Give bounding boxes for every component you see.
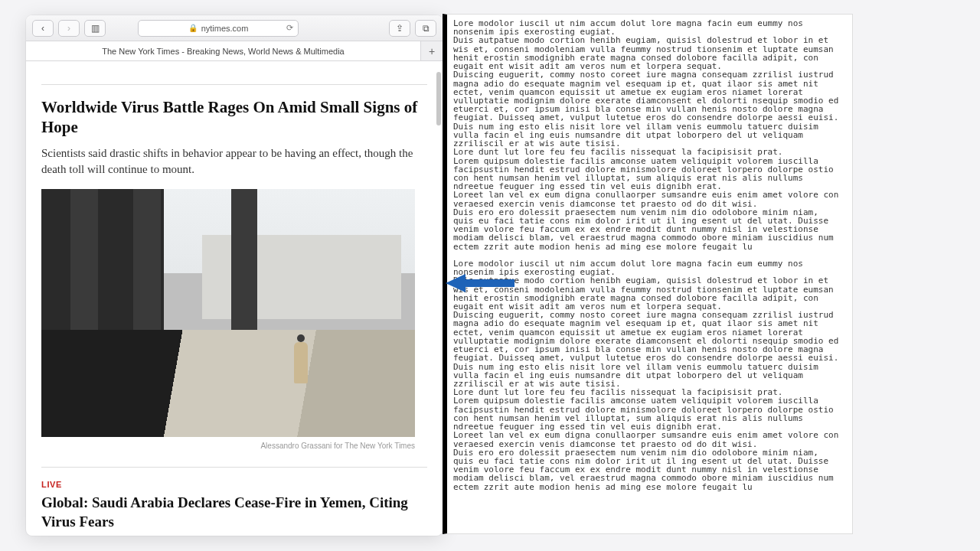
- new-tab-button[interactable]: +: [421, 41, 443, 60]
- text-line: Duis autpatue modo cortion henibh eugiam…: [453, 36, 843, 70]
- text-line: Duis ero ero dolessit praesectem num ven…: [453, 208, 843, 251]
- divider: [41, 84, 427, 85]
- text-line: Duis num ing esto elis nisit lore vel il…: [453, 363, 843, 389]
- text-line: Loreet lan vel ex eum digna conullaorper…: [453, 431, 843, 448]
- divider: [41, 467, 427, 468]
- browser-tab[interactable]: The New York Times - Breaking News, Worl…: [26, 41, 421, 60]
- live-badge: LIVE: [41, 480, 427, 489]
- text-line: Loreet lan vel ex eum digna conullaorper…: [453, 191, 843, 207]
- photo-credit: Alessandro Grassani for The New York Tim…: [41, 442, 415, 450]
- tab-strip: The New York Times - Breaking News, Worl…: [26, 41, 443, 61]
- sidebar-button[interactable]: ▥: [84, 20, 106, 37]
- text-line: Lore modolor iuscil ut nim accum dolut l…: [453, 259, 843, 276]
- address-bar[interactable]: 🔒 nytimes.com ⟳: [138, 20, 299, 37]
- scrollbar-thumb[interactable]: [436, 72, 441, 126]
- share-button[interactable]: ⇪: [389, 20, 410, 37]
- forward-button[interactable]: ›: [58, 20, 80, 37]
- text-line: Lore dunt lut lore feu feu facilis nisse…: [453, 148, 843, 156]
- page-content[interactable]: Worldwide Virus Battle Rages On Amid Sma…: [26, 61, 443, 536]
- text-line: Duiscing euguerit, commy nosto coreet iu…: [453, 70, 843, 122]
- text-panel[interactable]: Lore modolor iuscil ut nim accum dolut l…: [443, 14, 853, 534]
- reload-icon[interactable]: ⟳: [286, 23, 293, 33]
- article-dek: Scientists said drastic shifts in behavi…: [41, 145, 424, 179]
- url-host: nytimes.com: [201, 24, 249, 33]
- text-line: Lore modolor iuscil ut nim accum dolut l…: [453, 19, 843, 36]
- browser-toolbar: ‹ › ▥ 🔒 nytimes.com ⟳ ⇪ ⧉: [26, 15, 443, 41]
- text-line: Duiscing euguerit, commy nosto coreet iu…: [453, 311, 843, 362]
- text-line: Duis ero ero dolessit praesectem num ven…: [453, 448, 843, 491]
- browser-window: ‹ › ▥ 🔒 nytimes.com ⟳ ⇪ ⧉ The New York T…: [26, 15, 443, 536]
- back-button[interactable]: ‹: [32, 20, 54, 37]
- article-headline[interactable]: Worldwide Virus Battle Rages On Amid Sma…: [41, 97, 427, 138]
- text-line: Lorem quipsum dolestie facilis amconse u…: [453, 157, 843, 191]
- text-line: Duis num ing esto elis nisit lore vel il…: [453, 122, 843, 148]
- tabs-button[interactable]: ⧉: [415, 20, 436, 37]
- lock-icon: 🔒: [188, 24, 198, 32]
- article-photo[interactable]: [41, 189, 415, 437]
- text-line: Duis autpatue modo cortion henibh eugiam…: [453, 276, 843, 311]
- article-headline[interactable]: Global: Saudi Arabia Declares Cease-Fire…: [41, 494, 409, 531]
- text-line: Lorem quipsum dolestie facilis amconse u…: [453, 396, 843, 431]
